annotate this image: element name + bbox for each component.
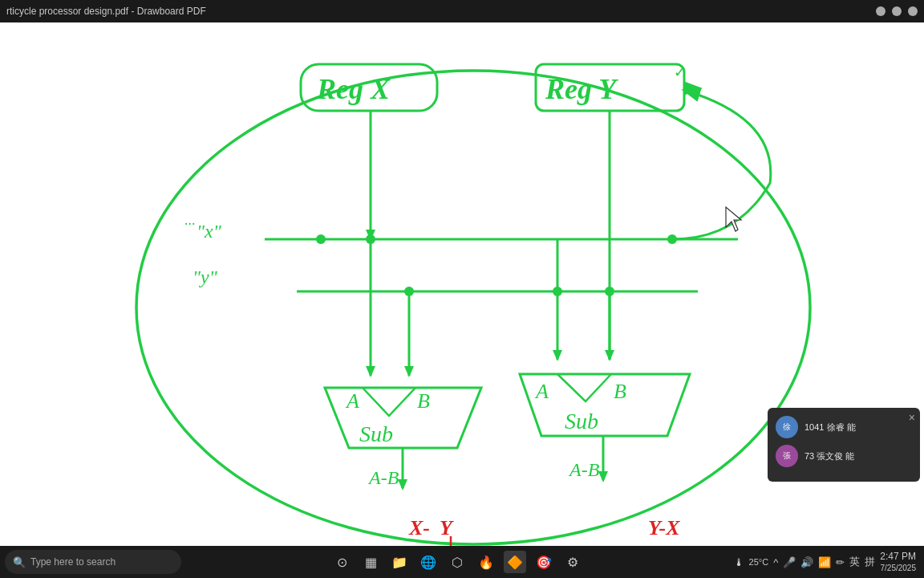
svg-text:"y": "y" [192, 267, 218, 287]
taskbar-right: 🌡 25°C ^ 🎤 🔊 📶 ✏ 英 拼 2:47 PM 7/25/2025 [734, 551, 924, 574]
chat-popup: × 徐 1041 徐睿 能 張 73 張文俊 能 [768, 408, 920, 482]
taskbar-file-explorer[interactable]: 📁 [388, 551, 411, 573]
titlebar: rticycle processor design.pdf - Drawboar… [0, 0, 924, 22]
weather-text: 25°C [749, 557, 769, 567]
taskbar-start-button[interactable]: ⊙ [330, 551, 353, 573]
svg-text:Reg Y: Reg Y [545, 73, 618, 105]
microphone-icon[interactable]: 🎤 [783, 556, 796, 568]
svg-point-12 [316, 234, 326, 244]
clock-date: 7/25/2025 [880, 563, 916, 573]
maximize-button[interactable] [892, 6, 902, 16]
search-box[interactable]: 🔍 Type here to search [5, 550, 181, 574]
clock-time: 2:47 PM [880, 551, 916, 564]
titlebar-title: rticycle processor design.pdf - Drawboar… [6, 6, 206, 17]
taskbar-drawboard[interactable]: 🔶 [504, 551, 526, 573]
chat-close-button[interactable]: × [909, 411, 915, 424]
svg-text:...: ... [184, 212, 196, 228]
lang-en-icon[interactable]: 英 [849, 555, 860, 569]
chat-name-1: 1041 徐睿 能 [804, 421, 856, 434]
search-placeholder-text: Type here to search [30, 556, 116, 568]
svg-text:Y-X: Y-X [648, 516, 680, 539]
chat-item-1: 徐 1041 徐睿 能 [776, 416, 912, 438]
titlebar-controls [876, 6, 918, 16]
taskbar-firefox[interactable]: 🔥 [475, 551, 497, 573]
svg-text:A-B: A-B [568, 459, 600, 480]
svg-text:A-B: A-B [367, 467, 399, 488]
weather-icon: 🌡 [734, 556, 744, 568]
svg-text:Sub: Sub [359, 421, 393, 446]
taskbar-icon-7[interactable]: 🎯 [533, 551, 555, 573]
chat-item-2: 張 73 張文俊 能 [776, 445, 912, 467]
speaker-icon[interactable]: 🔊 [800, 556, 813, 568]
svg-text:X-: X- [408, 516, 430, 539]
canvas-area: Reg X ✓ Reg Y [0, 22, 924, 546]
svg-text:A: A [534, 380, 549, 403]
svg-text:A: A [345, 389, 359, 413]
chat-name-2: 73 張文俊 能 [804, 450, 854, 462]
svg-text:B: B [417, 389, 430, 413]
taskbar-settings[interactable]: ⚙ [561, 551, 584, 573]
svg-text:Y: Y [440, 516, 454, 539]
svg-text:Reg X: Reg X [316, 73, 391, 105]
pen-icon[interactable]: ✏ [836, 556, 845, 568]
close-button[interactable] [908, 6, 918, 16]
svg-text:B: B [614, 380, 626, 403]
svg-text:"x": "x" [197, 221, 222, 242]
minimize-button[interactable] [876, 6, 886, 16]
taskbar-edge-browser[interactable]: 🌐 [417, 551, 440, 573]
svg-text:Sub: Sub [565, 409, 598, 434]
taskbar-task-view[interactable]: ▦ [359, 551, 382, 573]
taskbar-chrome[interactable]: ⬡ [446, 551, 468, 573]
lang-zh-icon[interactable]: 拼 [865, 555, 875, 569]
clock: 2:47 PM 7/25/2025 [880, 551, 916, 574]
network-icon[interactable]: 📶 [818, 556, 831, 568]
taskbar-center: ⊙ ▦ 📁 🌐 ⬡ 🔥 🔶 🎯 ⚙ [181, 551, 734, 573]
chat-avatar-2: 張 [776, 445, 798, 467]
chevron-up-icon[interactable]: ^ [773, 556, 778, 568]
taskbar: 🔍 Type here to search ⊙ ▦ 📁 🌐 ⬡ 🔥 🔶 🎯 ⚙ … [0, 546, 924, 578]
chat-avatar-1: 徐 [776, 416, 798, 438]
svg-text:✓: ✓ [674, 64, 686, 80]
search-icon: 🔍 [13, 556, 26, 568]
